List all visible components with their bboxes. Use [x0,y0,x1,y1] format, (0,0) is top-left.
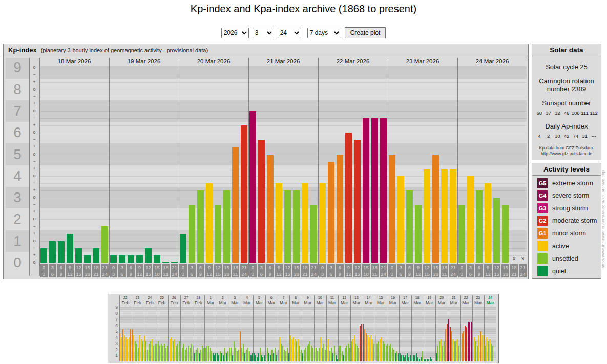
hour-label-box: 1518 [362,264,370,277]
mini-y-number: 4 [109,335,118,340]
mini-kp-bar [173,341,174,361]
mini-date-day: 12 [338,296,350,300]
mini-kp-bar [291,339,292,361]
hour-label-box: 2124 [449,264,457,277]
hour-label-box: 2124 [101,264,109,277]
mini-date-month: Mar [253,300,265,305]
mini-date-month: Mar [278,300,290,305]
mini-kp-bar [149,344,150,361]
mini-kp-bar [320,337,321,361]
y-axis-tick: + [29,231,39,237]
gridline [39,104,527,104]
legend-label: strong storm [552,205,588,212]
legend-row: unsettled [537,253,601,264]
kp-bar [110,255,117,263]
y-axis-tick: − [29,94,39,99]
activity-levels-panel: Activity levels G5extreme stormG4severe … [532,163,601,279]
mini-kp-bar [202,346,203,361]
mini-kp-bar [366,333,367,361]
legend-row: G1minor storm [537,228,601,239]
mini-date-month: Feb [144,300,156,305]
mini-gridline [119,326,496,326]
mini-date-day: 1 [204,296,217,300]
mini-gridline [119,311,496,312]
mini-kp-bar [358,348,359,361]
day-separator [388,58,388,276]
y-axis-tick: + [29,252,39,258]
mini-gridline [119,331,496,332]
y-axis-tick: − [29,72,39,77]
kp-index-chart: 0123456789o+−o+−o+−o+−o+−o+−o+−o+−o+−o18… [4,44,528,279]
mini-date-day: 14 [363,296,375,300]
mini-kp-bar [378,341,379,361]
legend-row: G5extreme storm [537,178,601,188]
mini-kp-bar [430,357,431,361]
mini-date-month: Mar [314,300,326,305]
gridline [39,118,527,119]
ap-value: 2 [544,133,553,139]
hour-label-box: 912 [275,264,283,277]
mini-kp-bar [477,346,478,361]
mini-kp-bar [270,355,271,361]
day-select[interactable]: 24 [278,28,301,38]
no-data-marker: x [518,255,527,262]
mini-date-day: 2 [217,296,229,300]
mini-kp-bar [401,355,402,361]
mini-day-separator [241,295,241,361]
mini-date-day: 18 [411,296,424,300]
sunspot-value: 46 [562,110,571,116]
range-select[interactable]: 7 days [307,28,341,38]
hour-label-box: 1518 [153,264,161,277]
kp-index-panel: Kp-index (planetary 3-hourly index of ge… [3,44,529,279]
hour-label-box: 03 [388,264,396,277]
ap-label: Daily Ap-index [532,122,601,130]
mini-date-day: 9 [302,296,314,300]
kp-bar [67,234,73,263]
hour-label-box: 1821 [371,264,379,277]
mini-kp-bar [122,329,123,361]
hour-label-box: 912 [205,264,213,277]
hour-label-box: 1518 [292,264,300,277]
mini-kp-bar [161,344,162,361]
legend-label: moderate storm [552,217,597,224]
ap-value: 74 [571,133,580,139]
kp-bar [293,190,300,263]
mini-kp-bar [138,348,139,361]
mini-kp-bar [141,339,142,361]
mini-date-day: 4 [241,296,253,300]
year-select[interactable]: 2026 [221,28,249,38]
mini-date-month: Feb [168,300,180,305]
mini-kp-bar [331,348,332,361]
kp-bar [302,183,308,263]
mini-kp-bar [405,355,406,361]
mini-kp-bar [247,348,248,361]
mini-kp-bar [486,337,487,361]
mini-day-separator [289,295,290,361]
mini-kp-bar [153,346,154,361]
day-separator [527,58,527,276]
mini-gridline [119,337,496,338]
mini-kp-bar [370,335,371,361]
legend-label: active [552,243,569,250]
mini-kp-bar [425,359,426,361]
hour-label-box: 36 [188,264,196,277]
kp-bar [119,255,125,263]
mini-kp-bar [357,346,358,361]
kp-bar [354,140,361,263]
hour-label-box: 1518 [432,264,439,277]
mini-date-month: Mar [424,300,436,305]
mini-day-separator [217,295,217,361]
hour-label-box: 1215 [353,264,361,277]
mini-gridline [119,309,496,310]
credit-line2: http://www.gfz-potsdam.de [532,151,601,157]
mini-date-month: Mar [375,300,387,305]
mini-date-day: 28 [193,296,205,300]
create-plot-button[interactable]: Create plot [345,27,386,38]
month-select[interactable]: 3 [253,28,274,38]
mini-kp-bar [392,348,393,361]
mini-kp-bar [442,346,443,361]
mini-kp-bar [316,348,317,361]
y-axis-tick: o [29,152,39,157]
mini-date-day: 20 [435,296,448,300]
mini-kp-bar [389,346,390,361]
